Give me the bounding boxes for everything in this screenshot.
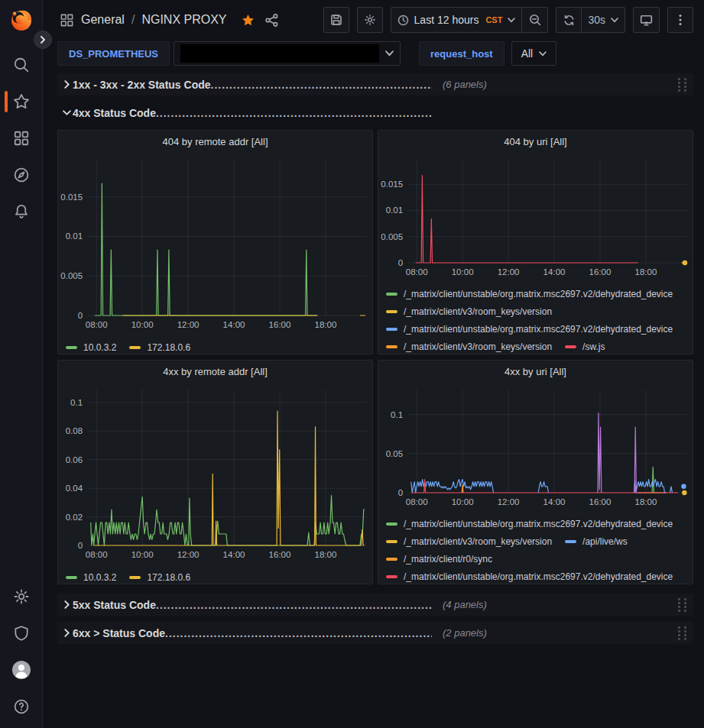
svg-text:14:00: 14:00: [543, 497, 566, 506]
panel-title[interactable]: 404 by remote addr [All]: [58, 131, 372, 152]
grafana-logo[interactable]: [8, 7, 34, 33]
row-header-1xx-3xx-2xx[interactable]: 1xx - 3xx - 2xx Status Code ............…: [57, 73, 693, 95]
time-range-picker[interactable]: Last 12 hours CST: [391, 7, 523, 33]
timeseries-chart-4xx-remote-addr[interactable]: 00.020.040.060.080.108:0010:0012:0014:00…: [58, 382, 372, 567]
svg-text:18:00: 18:00: [635, 267, 657, 277]
panel-legend: 10.0.3.2172.18.0.6: [58, 337, 372, 354]
variable-request-host-select[interactable]: All: [511, 41, 557, 66]
svg-text:0.02: 0.02: [66, 513, 83, 522]
panel-title[interactable]: 404 by uri [All]: [378, 131, 693, 152]
refresh-icon: [563, 15, 575, 26]
legend-swatch: [386, 575, 397, 578]
legend-item[interactable]: 172.18.0.6: [129, 568, 190, 584]
star-filled-icon[interactable]: [242, 14, 255, 27]
variable-ds-prometheus-label[interactable]: DS_PROMETHEUS: [57, 41, 170, 66]
legend-swatch: [386, 293, 397, 296]
sidebar-item-server-admin[interactable]: [0, 615, 43, 652]
legend-item[interactable]: /_matrix/client/unstable/org.matrix.msc2…: [386, 568, 673, 584]
bell-icon: [13, 203, 30, 220]
sidebar-item-explore[interactable]: [0, 157, 43, 193]
sidebar-item-starred[interactable]: [0, 83, 43, 120]
legend-item[interactable]: /api/live/ws: [565, 532, 628, 550]
legend-item[interactable]: /_matrix/client/v3/room_keys/version: [386, 532, 552, 550]
breadcrumb-folder[interactable]: General: [81, 13, 125, 27]
legend-item[interactable]: /sw.js: [565, 338, 605, 354]
timeseries-chart-4xx-uri[interactable]: 00.050.108:0010:0012:0014:0016:0018:00: [378, 382, 693, 513]
row-header-6xx[interactable]: 6xx > Status Code ......................…: [57, 622, 693, 644]
sidebar-item-search[interactable]: [0, 47, 43, 83]
legend-label: /_matrix/client/v3/room_keys/version: [404, 536, 552, 547]
svg-text:0.05: 0.05: [386, 449, 403, 458]
chevron-right-icon: [41, 37, 44, 43]
svg-text:14:00: 14:00: [223, 320, 245, 329]
svg-text:0.1: 0.1: [70, 398, 83, 407]
tv-mode-button[interactable]: [633, 7, 660, 33]
legend-item[interactable]: /_matrix/client/v3/room_keys/version: [386, 338, 552, 354]
sidebar-item-dashboards[interactable]: [0, 120, 43, 157]
panel-404-by-remote-addr: 404 by remote addr [All] 00.0050.010.015…: [57, 130, 373, 354]
variable-request-host-label[interactable]: request_host: [419, 41, 504, 66]
legend-swatch: [66, 346, 77, 349]
refresh-interval-picker[interactable]: 30s: [582, 7, 625, 33]
main-area: General / NGINX PROXY Last 12 hours CST: [43, 0, 704, 728]
avatar: [11, 660, 31, 680]
sidebar-item-help[interactable]: [0, 688, 43, 725]
row-drag-handle[interactable]: [676, 597, 689, 613]
panel-title[interactable]: 4xx by remote addr [All]: [58, 361, 372, 382]
row-drag-handle[interactable]: [676, 76, 689, 93]
svg-text:0: 0: [398, 488, 403, 497]
svg-text:08:00: 08:00: [406, 497, 428, 506]
timeseries-chart-404-remote-addr[interactable]: 00.0050.010.01508:0010:0012:0014:0016:00…: [58, 152, 372, 337]
save-dashboard-button[interactable]: [323, 7, 349, 33]
row-drag-handle[interactable]: [676, 625, 689, 642]
sidebar-item-configuration[interactable]: [0, 578, 43, 615]
svg-text:14:00: 14:00: [543, 267, 566, 277]
svg-text:0.005: 0.005: [60, 271, 83, 280]
dashboard-settings-button[interactable]: [357, 7, 383, 33]
svg-text:0.06: 0.06: [66, 455, 83, 464]
legend-item[interactable]: 172.18.0.6: [129, 338, 190, 354]
row-dots-leader: ........................................…: [156, 107, 432, 119]
row-title: 6xx > Status Code: [73, 627, 165, 639]
sidebar-item-profile[interactable]: [0, 652, 43, 688]
svg-text:08:00: 08:00: [406, 267, 428, 277]
save-icon: [330, 14, 342, 26]
refresh-button[interactable]: [556, 7, 582, 33]
sidebar-item-alerting[interactable]: [0, 193, 43, 230]
help-icon: [13, 698, 30, 715]
legend-item[interactable]: /_matrix/client/unstable/org.matrix.msc2…: [386, 320, 673, 338]
legend-swatch: [386, 345, 397, 348]
svg-text:0.01: 0.01: [66, 231, 83, 241]
legend-item[interactable]: /_matrix/client/v3/room_keys/version: [386, 303, 552, 320]
legend-swatch: [565, 540, 576, 543]
compass-icon: [13, 167, 30, 183]
svg-text:10:00: 10:00: [452, 497, 474, 506]
svg-text:0.015: 0.015: [381, 180, 403, 189]
chevron-down-icon: [539, 51, 547, 57]
row-panel-count: (6 panels): [443, 79, 487, 90]
legend-label: 172.18.0.6: [147, 572, 190, 583]
clock-icon: [397, 15, 409, 26]
kebab-menu-button[interactable]: [667, 7, 693, 33]
chevron-right-icon: [63, 80, 71, 89]
legend-item[interactable]: 10.0.3.2: [66, 568, 116, 584]
legend-label: /_matrix/client/r0/sync: [404, 554, 492, 565]
row-header-5xx[interactable]: 5xx Status Code ........................…: [57, 594, 693, 616]
zoom-out-time-button[interactable]: [522, 7, 548, 33]
legend-item[interactable]: 10.0.3.2: [66, 338, 116, 354]
panel-legend: /_matrix/client/unstable/org.matrix.msc2…: [378, 513, 693, 584]
breadcrumb-dashboard-title[interactable]: NGINX PROXY: [141, 13, 226, 27]
legend-label: /api/live/ws: [582, 536, 628, 547]
legend-item[interactable]: /_matrix/client/unstable/org.matrix.msc2…: [386, 285, 673, 303]
legend-label: /sw.js: [582, 341, 605, 352]
timeseries-chart-404-uri[interactable]: 00.0050.010.01508:0010:0012:0014:0016:00…: [378, 152, 693, 283]
svg-text:18:00: 18:00: [315, 320, 337, 329]
share-icon[interactable]: [265, 14, 278, 27]
toolbar: Last 12 hours CST 30s: [323, 7, 693, 33]
legend-item[interactable]: /_matrix/client/r0/sync: [386, 550, 492, 568]
row-header-4xx[interactable]: 4xx Status Code ........................…: [57, 102, 693, 124]
legend-item[interactable]: /_matrix/client/unstable/org.matrix.msc2…: [386, 515, 673, 532]
panel-title[interactable]: 4xx by uri [All]: [378, 361, 693, 382]
variable-ds-prometheus-select[interactable]: [174, 41, 401, 66]
time-controls: Last 12 hours CST: [391, 7, 549, 33]
